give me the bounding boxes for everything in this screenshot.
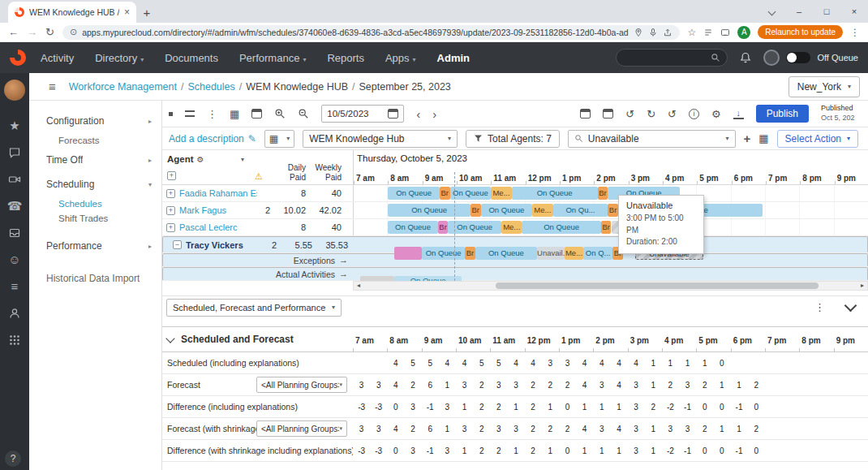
- schedule-segment[interactable]: On Queue: [512, 187, 598, 200]
- schedule-segment[interactable]: On Queue: [388, 221, 437, 234]
- sidebar-item-historical-data-import[interactable]: Historical Data Import: [29, 266, 161, 291]
- schedule-segment[interactable]: On Queue: [448, 221, 501, 234]
- nav-item-directory[interactable]: Directory▾: [95, 52, 144, 64]
- browser-profile-avatar[interactable]: A: [737, 26, 750, 39]
- schedule-segment[interactable]: Br: [440, 187, 450, 200]
- tab-close-icon[interactable]: ×: [124, 7, 130, 17]
- history-icon[interactable]: ↺: [668, 109, 677, 119]
- row-view-icon[interactable]: [185, 110, 195, 117]
- schedule-select[interactable]: WEM Knowledge Hub ▾: [303, 130, 458, 148]
- breadcrumb-link-wfm[interactable]: Workforce Management: [69, 81, 177, 93]
- minimize-button[interactable]: –: [785, 6, 813, 16]
- nav-item-reports[interactable]: Reports: [327, 52, 364, 64]
- schedule-segment[interactable]: On Queue: [522, 221, 600, 234]
- site-info-icon[interactable]: ⊙: [70, 28, 77, 37]
- cast-icon[interactable]: [720, 28, 730, 37]
- sidebar-item-shift-trades[interactable]: Shift Trades: [29, 211, 161, 226]
- panel-menu-kebab-icon[interactable]: ⋮: [814, 301, 825, 313]
- sidebar-item-configuration[interactable]: Configuration▸: [29, 109, 161, 133]
- expand-all-button[interactable]: +: [167, 171, 176, 180]
- scrollbar-track[interactable]: ◂ ▸: [353, 281, 868, 291]
- chat-icon[interactable]: [8, 146, 21, 159]
- bookmark-star-icon[interactable]: ☆: [688, 28, 697, 37]
- agent-row[interactable]: +Mark Fagus210.0242.02On QueueBrOn Queue…: [162, 202, 868, 219]
- section-chevron-icon[interactable]: [165, 334, 174, 343]
- arrow-right-icon[interactable]: →: [338, 269, 348, 278]
- zoom-out-icon[interactable]: [298, 108, 309, 119]
- favorites-star-icon[interactable]: ★: [9, 119, 19, 132]
- header-search[interactable]: [616, 49, 728, 67]
- user-presence-avatar[interactable]: [763, 50, 780, 66]
- agent-column-label[interactable]: Agent⚙: [167, 154, 204, 164]
- settings-gear-icon[interactable]: ⚙: [711, 109, 721, 119]
- schedule-segment[interactable]: On Queue: [388, 204, 471, 217]
- agent-sort-caret[interactable]: ▾: [241, 156, 244, 163]
- schedule-segment[interactable]: On Queue: [422, 247, 465, 260]
- sidebar-item-schedules[interactable]: Schedules: [29, 196, 161, 211]
- schedule-segment[interactable]: On Queue: [450, 187, 492, 200]
- load-schedule-icon[interactable]: [580, 109, 591, 119]
- new-tab-button[interactable]: +: [136, 6, 157, 23]
- download-icon[interactable]: ↓: [733, 108, 744, 119]
- maximize-button[interactable]: □: [813, 6, 840, 16]
- nav-item-apps[interactable]: Apps▾: [385, 52, 416, 64]
- schedule-segment[interactable]: Br: [608, 204, 618, 217]
- location-pin-icon[interactable]: [634, 28, 643, 37]
- publish-button[interactable]: Publish: [756, 105, 809, 123]
- select-action-button[interactable]: Select Action ▾: [777, 130, 858, 148]
- agenda-view-icon[interactable]: [169, 112, 173, 116]
- nav-item-performance[interactable]: Performance▾: [239, 52, 306, 64]
- video-icon[interactable]: [8, 173, 21, 186]
- contacts-icon[interactable]: [8, 307, 21, 320]
- refresh-icon[interactable]: ↻: [45, 27, 54, 37]
- timezone-select[interactable]: New_York ▾: [789, 76, 860, 97]
- notifications-bell-icon[interactable]: [739, 51, 752, 64]
- genesys-logo[interactable]: [10, 50, 26, 66]
- schedule-segment[interactable]: [394, 247, 422, 260]
- column-view-icon[interactable]: ⋮: [207, 109, 217, 119]
- menu-icon[interactable]: ≡: [49, 80, 56, 93]
- sidebar-item-performance[interactable]: Performance▸: [29, 234, 161, 258]
- next-day-button[interactable]: ›: [432, 108, 436, 120]
- planning-group-select[interactable]: <All Planning Groups>▾: [256, 377, 347, 393]
- nav-item-admin[interactable]: Admin: [437, 52, 470, 64]
- emoji-icon[interactable]: ☺: [8, 253, 20, 266]
- schedule-segment[interactable]: Br: [601, 221, 612, 234]
- schedule-segment[interactable]: Br: [465, 247, 475, 260]
- schedule-segment[interactable]: Br: [438, 221, 449, 234]
- schedule-segment[interactable]: On Queue: [388, 187, 440, 200]
- schedule-segment[interactable]: Br: [598, 187, 608, 200]
- schedule-segment[interactable]: On Q...: [583, 247, 612, 260]
- browser-tab[interactable]: WEM Knowledge HUB / Septem ×: [8, 2, 136, 23]
- help-icon[interactable]: ?: [5, 451, 21, 467]
- expand-toggle[interactable]: +: [166, 223, 175, 232]
- schedule-segment[interactable]: On Qu...: [553, 204, 608, 217]
- calendar-view-icon[interactable]: [251, 109, 262, 119]
- header-search-input[interactable]: [623, 52, 711, 63]
- off-queue-toggle[interactable]: [786, 52, 810, 63]
- close-button[interactable]: ×: [840, 6, 868, 16]
- relaunch-button[interactable]: Relaunch to update: [758, 25, 843, 39]
- redo-icon[interactable]: ↻: [647, 109, 655, 119]
- expand-toggle[interactable]: +: [166, 206, 175, 215]
- undo-icon[interactable]: ↺: [625, 109, 634, 119]
- user-avatar[interactable]: [4, 80, 25, 101]
- arrow-right-icon[interactable]: →: [338, 256, 348, 265]
- total-agents-filter-chip[interactable]: Total Agents: 7: [466, 130, 560, 148]
- schedule-segment[interactable]: On Queue: [481, 204, 533, 217]
- scroll-right-icon[interactable]: ▸: [857, 282, 867, 290]
- scroll-left-icon[interactable]: ◂: [354, 282, 363, 290]
- apps-grid-icon[interactable]: [8, 334, 21, 347]
- sidebar-item-scheduling[interactable]: Scheduling▾: [29, 172, 161, 196]
- address-bar[interactable]: ⊙ apps.mypurecloud.com/directory/#/admin…: [62, 25, 680, 40]
- schedule-segment[interactable]: Me...: [491, 187, 511, 200]
- schedule-segment[interactable]: Me...: [501, 221, 522, 234]
- url-text[interactable]: apps.mypurecloud.com/directory/#/admin/w…: [82, 28, 628, 37]
- info-icon[interactable]: i: [689, 109, 699, 119]
- agent-name-link[interactable]: Tracy Vickers: [186, 240, 264, 250]
- panel-collapse-chevron-icon[interactable]: [844, 300, 857, 313]
- generate-schedule-icon[interactable]: [603, 109, 613, 119]
- agent-row[interactable]: +Pascal Leclerc840On QueueBrOn QueueMe..…: [162, 219, 868, 236]
- planning-group-select[interactable]: <All Planning Groups>▾: [256, 420, 347, 437]
- phone-icon[interactable]: ☎: [7, 200, 23, 213]
